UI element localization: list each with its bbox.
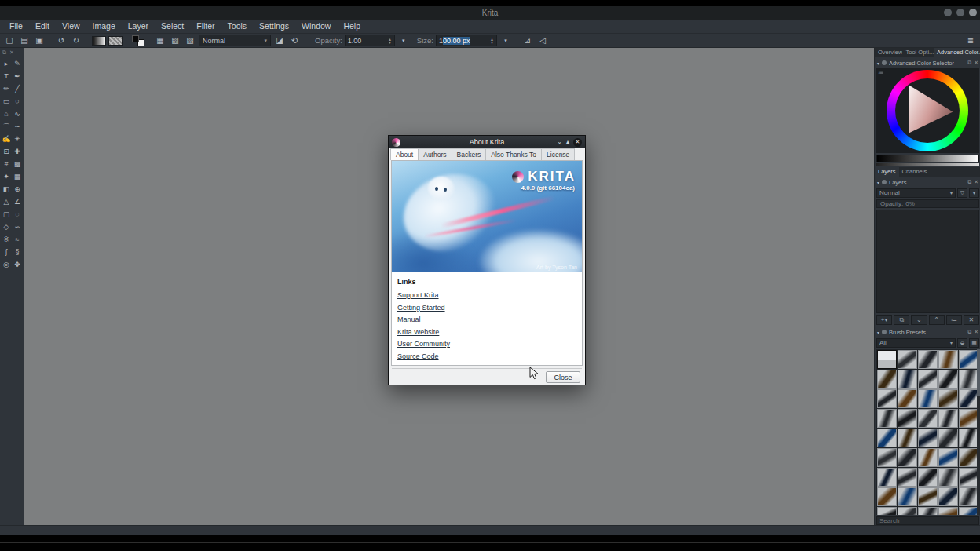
layer-properties-icon[interactable]: ≔ [946,315,962,325]
tool-polygon-icon[interactable]: ⌂ [1,108,12,120]
brush-preset-tile[interactable] [938,507,958,515]
brush-preset-tile[interactable] [938,370,958,389]
reload-preset-icon[interactable]: ⟲ [288,35,301,46]
dialog-shade-icon[interactable]: ⌄ [557,139,562,145]
brush-preset-tile[interactable] [898,448,917,467]
minimize-icon[interactable] [944,9,952,16]
move-layer-down-icon[interactable]: ⌄ [911,315,927,325]
tool-color-sampler-icon[interactable]: ✦ [1,170,12,183]
spin-arrows-icon[interactable]: ▲▼ [388,38,392,44]
mirror-horizontal-icon[interactable]: ⊿ [521,35,534,46]
dock-tab-overview[interactable]: Overview [875,48,902,57]
tool-contiguous-select-icon[interactable]: ※ [1,233,12,246]
preset-scrollbar-thumb[interactable] [977,349,980,396]
brush-preset-tile[interactable] [877,468,897,487]
tool-select-shapes-icon[interactable]: ▸ [1,57,12,70]
float-docker-icon[interactable]: ⧉ [967,179,971,185]
brush-preset-tile[interactable] [898,468,917,487]
brush-preset-tile[interactable] [877,350,897,369]
tool-ellipse-icon[interactable]: ○ [12,95,23,108]
brush-presets-docker-header[interactable]: ▾ Brush Presets ⧉ ✕ [875,327,980,337]
menu-file[interactable]: File [3,20,29,33]
tool-transform-icon[interactable]: ⊡ [1,145,12,158]
toolbox-docker-header[interactable]: ⧉ ✕ [0,48,24,57]
float-docker-icon[interactable]: ⧉ [967,60,971,66]
brush-preset-tile[interactable] [959,409,978,428]
tool-text-icon[interactable]: T [1,70,12,82]
brush-preset-tile[interactable] [898,429,917,447]
brush-preset-tile[interactable] [877,409,897,428]
tool-rect-select-icon[interactable]: ▢ [1,208,12,221]
foreground-background-colors[interactable] [132,35,144,46]
link-support-krita[interactable]: Support Krita [397,291,576,299]
opacity-options-icon[interactable]: ▾ [397,35,410,46]
link-krita-website[interactable]: Krita Website [397,328,576,336]
tool-rectangle-icon[interactable]: ▭ [1,95,12,108]
brush-preset-tile[interactable] [877,448,897,467]
tool-gradient-icon[interactable]: ▩ [12,158,23,170]
maximize-icon[interactable] [956,9,964,16]
collapse-icon[interactable]: ▾ [877,60,879,66]
os-titlebar[interactable]: Krita [0,6,980,20]
close-button[interactable]: Close [546,371,580,383]
menu-edit[interactable]: Edit [29,20,56,33]
dialog-tab-about[interactable]: About [390,148,419,160]
menu-layer[interactable]: Layer [122,20,155,33]
dock-tab-tool-opti[interactable]: Tool Opti... [902,48,934,57]
tool-calligraphy-icon[interactable]: ✒ [12,70,23,82]
brush-preset-tile[interactable] [959,507,978,515]
tool-pan-icon[interactable]: ✥ [12,258,23,271]
brush-preset-tile[interactable] [959,350,978,369]
brush-preset-tile[interactable] [959,487,978,506]
menu-help[interactable]: Help [337,20,367,33]
tool-polyline-icon[interactable]: ∿ [12,108,23,120]
menu-select[interactable]: Select [155,20,190,33]
shade-strip[interactable] [876,163,979,166]
tool-line-icon[interactable]: ╱ [12,82,23,95]
open-document-icon[interactable]: ▤ [18,35,31,46]
brush-preset-tile[interactable] [959,370,978,389]
brush-preset-tile[interactable] [877,429,897,447]
menu-window[interactable]: Window [295,20,337,33]
tool-bezier-curve-icon[interactable]: ⌒ [1,120,12,133]
brush-history-icon[interactable]: ▨ [184,35,196,46]
tool-freehand-brush-icon[interactable]: ✏ [1,82,12,95]
gradient-chooser[interactable] [92,36,106,46]
color-selector-widget[interactable]: ≔ [876,68,979,153]
dialog-close-icon[interactable]: ✕ [573,138,582,147]
brush-preset-tile[interactable] [938,389,958,408]
color-selector-settings-icon[interactable]: ≔ [878,70,883,76]
blending-mode-combo[interactable]: Normal ▾ [199,35,271,46]
brush-editor-icon[interactable]: ▧ [169,35,181,46]
layer-list[interactable] [876,210,979,313]
docker-lock-icon[interactable] [882,330,887,334]
brush-preset-chooser-icon[interactable]: ▦ [154,35,166,46]
spin-arrows-icon[interactable]: ▲▼ [490,38,494,44]
link-manual[interactable]: Manual [397,316,576,323]
tool-crop-icon[interactable]: # [1,158,12,170]
add-layer-icon[interactable]: +▾ [876,315,892,325]
brush-preset-tile[interactable] [959,448,978,467]
move-layer-up-icon[interactable]: ⌃ [929,315,945,325]
dialog-unshade-icon[interactable]: ▴ [566,139,569,145]
link-getting-started[interactable]: Getting Started [397,304,576,312]
tool-fill-icon[interactable]: ◧ [1,183,12,195]
dialog-tab-backers[interactable]: Backers [452,148,487,160]
dock-tab-advanced-color[interactable]: Advanced Color... [934,48,980,57]
brush-preset-tile[interactable] [898,409,917,428]
collapse-icon[interactable]: ▾ [877,180,879,185]
duplicate-layer-icon[interactable]: ⧉ [894,315,909,325]
close-docker-icon[interactable]: ✕ [974,60,978,66]
layer-blending-mode-combo[interactable]: Normal ▾ [876,188,956,198]
dialog-tab-also-thanks-to[interactable]: Also Thanks To [485,148,542,160]
tool-move-icon[interactable]: ✚ [12,145,23,158]
float-docker-icon[interactable]: ⧉ [2,49,6,56]
brush-preset-tile[interactable] [918,409,938,428]
menu-view[interactable]: View [56,20,86,33]
workspace-chooser-icon[interactable]: ≣ [964,35,977,46]
brush-preset-tile[interactable] [877,370,897,389]
size-options-icon[interactable]: ▾ [499,35,512,46]
brush-preset-tile[interactable] [959,389,978,408]
new-document-icon[interactable]: ▢ [3,35,16,46]
brush-preset-tile[interactable] [959,429,978,447]
